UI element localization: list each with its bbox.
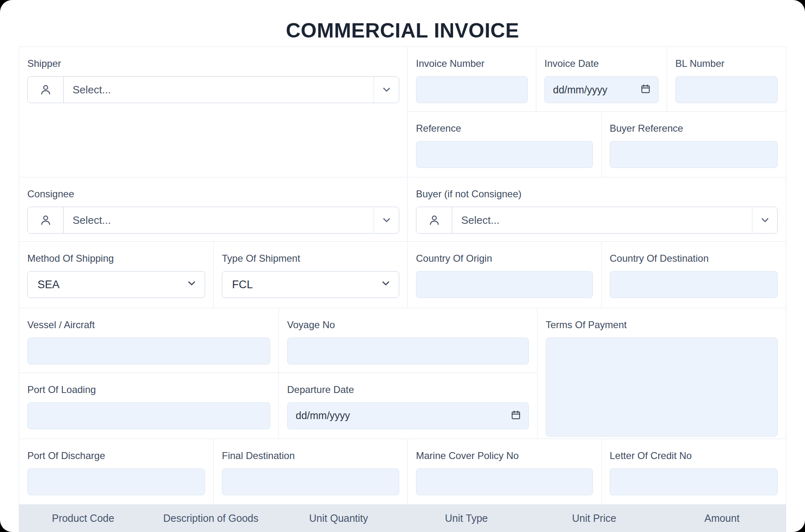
- items-table-header: Product Code Description of Goods Unit Q…: [19, 504, 786, 532]
- shipper-label: Shipper: [27, 57, 399, 70]
- consignee-select-placeholder: Select...: [64, 207, 374, 233]
- row-shipping-method: Method Of Shipping SEA Type Of Shipment …: [19, 242, 786, 308]
- buyer-label: Buyer (if not Consignee): [416, 188, 778, 200]
- port-of-loading-label: Port Of Loading: [27, 384, 270, 396]
- person-icon: [28, 77, 64, 103]
- voyage-no-cell: Voyage No: [279, 308, 537, 373]
- row-vessel-terms: Vessel / Aircraft Port Of Loading Voyage…: [19, 308, 786, 439]
- chevron-down-icon: [380, 278, 391, 292]
- buyer-reference-cell: Buyer Reference: [602, 112, 786, 177]
- letter-of-credit-cell: Letter Of Credit No: [602, 439, 786, 504]
- reference-input[interactable]: [416, 141, 593, 168]
- marine-cover-policy-label: Marine Cover Policy No: [416, 450, 593, 462]
- col-header-description-of-goods: Description of Goods: [147, 504, 274, 532]
- invoice-meta-block: Invoice Number Invoice Date dd/mm/yyyy: [408, 47, 786, 177]
- country-of-origin-cell: Country Of Origin: [408, 242, 602, 308]
- chevron-down-icon: [752, 207, 777, 233]
- person-icon: [28, 207, 64, 233]
- port-of-loading-input[interactable]: [27, 402, 270, 429]
- type-of-shipment-label: Type Of Shipment: [222, 252, 399, 265]
- bl-number-cell: BL Number: [667, 47, 786, 111]
- col-header-amount: Amount: [658, 504, 786, 532]
- departure-date-input[interactable]: dd/mm/yyyy: [287, 402, 529, 429]
- marine-cover-policy-cell: Marine Cover Policy No: [408, 439, 602, 504]
- row-references: Reference Buyer Reference: [408, 112, 786, 177]
- country-of-destination-cell: Country Of Destination: [602, 242, 786, 308]
- final-destination-input[interactable]: [222, 468, 399, 495]
- final-destination-cell: Final Destination: [214, 439, 408, 504]
- chevron-down-icon: [374, 77, 399, 103]
- consignee-cell: Consignee Select...: [19, 177, 408, 241]
- method-of-shipping-label: Method Of Shipping: [27, 252, 205, 265]
- method-of-shipping-value: SEA: [38, 278, 60, 291]
- invoice-number-label: Invoice Number: [416, 57, 528, 70]
- invoice-date-placeholder: dd/mm/yyyy: [553, 84, 607, 96]
- vessel-aircraft-cell: Vessel / Aircraft: [19, 308, 279, 373]
- col-header-unit-type: Unit Type: [402, 504, 530, 532]
- consignee-select[interactable]: Select...: [27, 207, 399, 234]
- letter-of-credit-label: Letter Of Credit No: [610, 450, 778, 462]
- voyage-no-input[interactable]: [287, 338, 529, 364]
- type-of-shipment-select[interactable]: FCL: [222, 271, 399, 298]
- invoice-date-input[interactable]: dd/mm/yyyy: [544, 76, 659, 103]
- marine-cover-policy-input[interactable]: [416, 468, 593, 495]
- port-of-discharge-input[interactable]: [27, 468, 205, 495]
- type-of-shipment-cell: Type Of Shipment FCL: [214, 242, 408, 308]
- port-of-discharge-label: Port Of Discharge: [27, 450, 205, 462]
- vessel-aircraft-label: Vessel / Aircraft: [27, 319, 270, 331]
- col-header-product-code: Product Code: [19, 504, 147, 532]
- country-of-destination-input[interactable]: [610, 271, 778, 298]
- reference-cell: Reference: [408, 112, 602, 177]
- departure-date-placeholder: dd/mm/yyyy: [296, 410, 350, 422]
- invoice-date-label: Invoice Date: [544, 57, 659, 70]
- letter-of-credit-input[interactable]: [610, 468, 778, 495]
- chevron-down-icon: [186, 278, 197, 292]
- row-consignee-buyer: Consignee Select... Buyer (if not Con: [19, 177, 786, 242]
- vessel-aircraft-input[interactable]: [27, 338, 270, 364]
- col-header-unit-price: Unit Price: [530, 504, 658, 532]
- country-of-origin-label: Country Of Origin: [416, 252, 593, 265]
- row-invoice-meta: Invoice Number Invoice Date dd/mm/yyyy: [408, 47, 786, 112]
- person-icon: [416, 207, 452, 233]
- buyer-cell: Buyer (if not Consignee) Select...: [408, 177, 786, 241]
- invoice-form: Shipper Select...: [19, 46, 786, 532]
- calendar-icon[interactable]: [640, 84, 651, 96]
- buyer-select[interactable]: Select...: [416, 207, 778, 234]
- terms-of-payment-label: Terms Of Payment: [546, 319, 778, 331]
- departure-date-cell: Departure Date dd/mm/yyyy: [279, 373, 537, 439]
- shipper-select[interactable]: Select...: [27, 76, 399, 103]
- chevron-down-icon: [374, 207, 399, 233]
- invoice-number-cell: Invoice Number: [408, 47, 536, 111]
- bl-number-input[interactable]: [675, 76, 778, 103]
- terms-of-payment-textarea[interactable]: [546, 338, 778, 437]
- page-title: COMMERCIAL INVOICE: [0, 0, 805, 41]
- buyer-reference-label: Buyer Reference: [610, 122, 778, 135]
- buyer-reference-input[interactable]: [610, 141, 778, 168]
- shipper-select-placeholder: Select...: [64, 77, 374, 103]
- calendar-icon[interactable]: [511, 410, 521, 422]
- method-of-shipping-select[interactable]: SEA: [27, 271, 205, 298]
- port-of-discharge-cell: Port Of Discharge: [19, 439, 214, 504]
- invoice-card: COMMERCIAL INVOICE Shipper Select...: [0, 0, 805, 532]
- row-discharge-credit: Port Of Discharge Final Destination Mari…: [19, 439, 786, 504]
- bl-number-label: BL Number: [675, 57, 778, 70]
- country-of-origin-input[interactable]: [416, 271, 593, 298]
- voyage-no-label: Voyage No: [287, 319, 529, 331]
- reference-label: Reference: [416, 122, 593, 135]
- consignee-label: Consignee: [27, 188, 399, 200]
- terms-of-payment-cell: Terms Of Payment: [537, 308, 786, 439]
- col-header-unit-quantity: Unit Quantity: [275, 504, 402, 532]
- departure-date-label: Departure Date: [287, 384, 529, 396]
- method-of-shipping-cell: Method Of Shipping SEA: [19, 242, 214, 308]
- type-of-shipment-value: FCL: [232, 278, 253, 291]
- invoice-date-cell: Invoice Date dd/mm/yyyy: [536, 47, 667, 111]
- port-of-loading-cell: Port Of Loading: [19, 373, 279, 439]
- country-of-destination-label: Country Of Destination: [610, 252, 778, 265]
- voyage-departure-column: Voyage No Departure Date dd/mm/yyyy: [279, 308, 537, 439]
- vessel-loading-column: Vessel / Aircraft Port Of Loading: [19, 308, 279, 439]
- row-shipper-invoice: Shipper Select...: [19, 47, 786, 177]
- shipper-cell: Shipper Select...: [19, 47, 408, 177]
- buyer-select-placeholder: Select...: [452, 207, 752, 233]
- final-destination-label: Final Destination: [222, 450, 399, 462]
- invoice-number-input[interactable]: [416, 76, 528, 103]
